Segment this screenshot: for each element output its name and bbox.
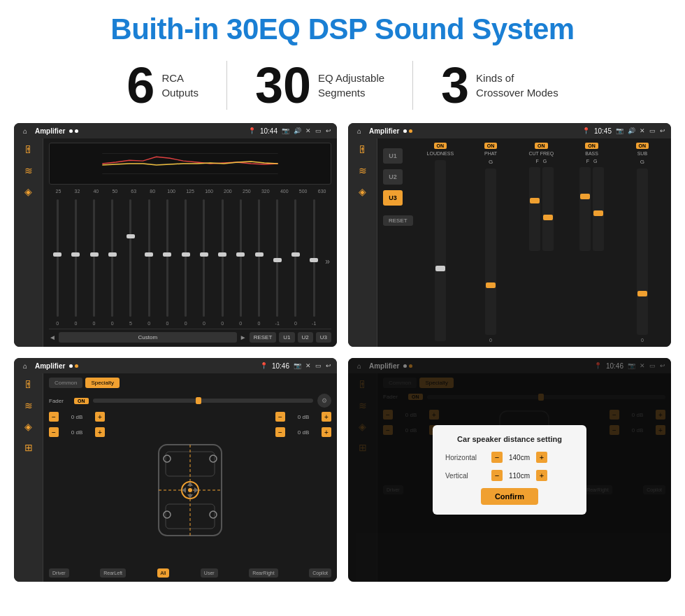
back-icon[interactable]: ↩	[326, 127, 331, 134]
db-row-2: − 0 dB +	[49, 427, 105, 437]
eq-slider-2[interactable]: 0	[85, 196, 102, 326]
camera-icon-3: 📷	[294, 362, 301, 369]
eq-screen-content: 🎚 ≋ ◈	[14, 138, 337, 347]
speaker-icon-3[interactable]: ◈	[24, 421, 32, 432]
u3-btn[interactable]: U3	[316, 332, 331, 343]
wave-icon[interactable]: ≋	[24, 165, 33, 176]
db-minus-2[interactable]: −	[49, 427, 59, 437]
back-icon-2[interactable]: ↩	[660, 127, 665, 134]
db-minus-1[interactable]: −	[49, 412, 59, 422]
eq-bottom-bar: ◄ Custom ► RESET U1 U2 U3	[49, 329, 331, 343]
eq-slider-7[interactable]: 0	[178, 196, 194, 326]
bass-f-slider[interactable]	[579, 167, 591, 251]
eq-slider-9[interactable]: 0	[214, 196, 231, 326]
crossover-presets: U1 U2 U3 RESET	[383, 143, 413, 343]
bass-g-slider[interactable]	[593, 167, 604, 251]
more-btn[interactable]: »	[324, 196, 331, 326]
loudness-label: LOUDNESS	[427, 151, 454, 156]
driver-btn[interactable]: Driver	[49, 568, 69, 578]
eq-slider-8[interactable]: 0	[196, 196, 212, 326]
eq-slider-14[interactable]: -1	[305, 196, 322, 326]
db-row-3: − 0 dB +	[275, 412, 331, 422]
speaker-icon[interactable]: ◈	[24, 186, 32, 197]
camera-icon-2: 📷	[616, 127, 623, 134]
eq-slider-0[interactable]: 0	[49, 196, 66, 326]
fader-slider[interactable]	[93, 399, 314, 403]
crossover-screen: ⌂ Amplifier 📍 10:45 📷 🔊 ✕ ▭ ↩ 🎚 ≋	[348, 123, 671, 347]
speaker-icon-2[interactable]: ◈	[359, 186, 366, 197]
phat-slider[interactable]	[485, 169, 496, 335]
all-btn[interactable]: All	[157, 568, 170, 578]
wave-icon-3[interactable]: ≋	[24, 400, 33, 411]
u1-btn[interactable]: U1	[279, 332, 294, 343]
bass-on-badge: ON	[585, 143, 598, 149]
specialty-tab[interactable]: Specialty	[85, 378, 119, 388]
stat-line1-rca: RCA	[161, 71, 199, 85]
cutfreq-f-slider[interactable]	[529, 167, 540, 251]
rearright-btn[interactable]: RearRight	[249, 568, 278, 578]
vertical-minus-btn[interactable]: −	[491, 470, 503, 481]
home-icon-2[interactable]: ⌂	[354, 125, 365, 136]
wave-icon-2[interactable]: ≋	[359, 165, 367, 176]
db-value-3: 0 dB	[287, 414, 319, 420]
eq-slider-11[interactable]: 0	[250, 196, 267, 326]
copilot-btn[interactable]: Copilot	[309, 568, 331, 578]
stat-line2-crossover: Crossover Modes	[476, 85, 558, 100]
db-minus-4[interactable]: −	[275, 427, 285, 437]
db-plus-1[interactable]: +	[95, 412, 105, 422]
loudness-slider[interactable]	[435, 160, 446, 341]
cutfreq-g-slider[interactable]	[542, 167, 554, 251]
preset-name-btn[interactable]: Custom	[59, 332, 237, 343]
eq-slider-1[interactable]: 0	[67, 196, 84, 326]
home-icon-3[interactable]: ⌂	[20, 360, 31, 371]
fader-toggle[interactable]: ON	[74, 398, 89, 404]
home-icon[interactable]: ⌂	[20, 125, 31, 136]
common-tab[interactable]: Common	[49, 378, 82, 388]
u2-btn[interactable]: U2	[298, 332, 313, 343]
balance-icon[interactable]: ⊞	[24, 442, 33, 453]
horizontal-plus-btn[interactable]: +	[536, 452, 547, 463]
page-wrapper: Buith-in 30EQ DSP Sound System 6 RCA Out…	[0, 0, 685, 589]
freq-25: 25	[49, 189, 68, 194]
vertical-plus-btn[interactable]: +	[536, 470, 547, 481]
eq-slider-12[interactable]: -1	[269, 196, 286, 326]
db-plus-3[interactable]: +	[322, 412, 331, 422]
eq-slider-10[interactable]: 0	[232, 196, 249, 326]
eq-slider-6[interactable]: 0	[159, 196, 175, 326]
eq-icon-3[interactable]: 🎚	[24, 379, 34, 390]
next-arrow[interactable]: ►	[240, 334, 247, 341]
eq-slider-13[interactable]: 0	[287, 196, 304, 326]
confirm-button[interactable]: Confirm	[481, 488, 538, 505]
reset-btn[interactable]: RESET	[250, 332, 277, 343]
fader-status-bar: ⌂ Amplifier 📍 10:46 📷 ✕ ▭ ↩	[14, 358, 337, 373]
eq-icon-2[interactable]: 🎚	[358, 144, 368, 155]
dialog-title: Car speaker distance setting	[445, 435, 574, 443]
eq-slider-5[interactable]: 0	[140, 196, 157, 326]
u2-preset-btn[interactable]: U2	[383, 169, 403, 185]
eq-slider-4[interactable]: 5	[122, 196, 139, 326]
rearleft-btn[interactable]: RearLeft	[100, 568, 126, 578]
fader-row: Fader ON ⚙	[49, 394, 331, 408]
db-minus-3[interactable]: −	[275, 412, 285, 422]
eq-icon[interactable]: 🎚	[24, 144, 34, 155]
svg-point-9	[188, 488, 192, 492]
user-btn[interactable]: User	[201, 568, 218, 578]
crossover-reset-btn[interactable]: RESET	[383, 215, 413, 226]
horizontal-minus-btn[interactable]: −	[491, 452, 503, 463]
db-plus-2[interactable]: +	[95, 427, 105, 437]
volume-icon-2: 🔊	[628, 127, 635, 134]
prev-arrow[interactable]: ◄	[49, 334, 56, 341]
loudness-col: ON LOUDNESS	[417, 143, 463, 343]
location-icon: 📍	[248, 127, 256, 134]
crossover-screen-content: 🎚 ≋ ◈ U1 U2 U3 RESET ON LO	[348, 138, 671, 347]
eq-slider-3[interactable]: 0	[104, 196, 121, 326]
fader-settings-icon[interactable]: ⚙	[317, 394, 331, 408]
eq-time: 10:44	[260, 127, 277, 135]
back-icon-3[interactable]: ↩	[326, 362, 331, 369]
u3-preset-btn[interactable]: U3	[383, 190, 403, 206]
sub-slider[interactable]	[637, 169, 648, 335]
location-icon-3: 📍	[260, 362, 268, 369]
close-icon-2: ✕	[640, 127, 645, 134]
u1-preset-btn[interactable]: U1	[383, 148, 403, 164]
db-plus-4[interactable]: +	[322, 427, 331, 437]
